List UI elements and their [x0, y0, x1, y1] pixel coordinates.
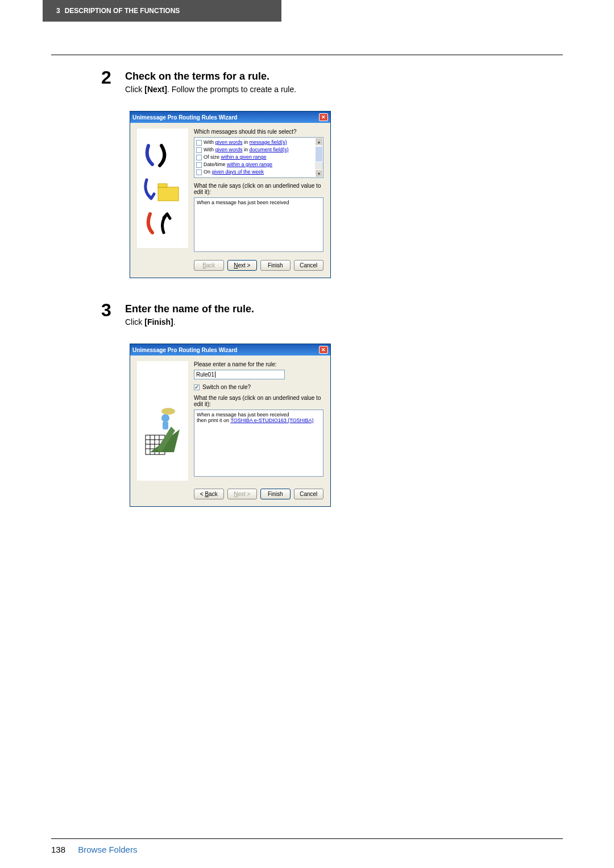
checkbox[interactable]	[196, 147, 202, 153]
svg-point-11	[161, 414, 169, 422]
rule-name-input[interactable]: Rule01	[194, 370, 285, 379]
checkbox[interactable]	[196, 140, 202, 146]
printer-link[interactable]: TOSHIBA e-STUDIO163 (TOSHIBA)	[230, 418, 313, 423]
svg-rect-0	[158, 187, 179, 201]
top-rule	[51, 55, 563, 55]
titlebar: Unimessage Pro Routing Rules Wizard ✕	[130, 111, 330, 123]
back-button: Back	[194, 260, 224, 271]
next-button[interactable]: Next >	[227, 260, 258, 271]
close-icon[interactable]: ✕	[319, 346, 328, 354]
wizard-sidebar-graphic	[137, 361, 188, 481]
chapter-number: 3	[56, 7, 60, 15]
scroll-down-icon[interactable]: ▼	[315, 170, 323, 177]
cancel-button[interactable]: Cancel	[294, 260, 324, 271]
condition-option[interactable]: On given days of the week	[196, 168, 313, 176]
step-2: 2 Check on the terms for a rule. Click […	[101, 68, 563, 94]
rule-description-box[interactable]: When a message has just been received th…	[194, 410, 323, 477]
name-label: Please enter a name for the rule:	[194, 361, 323, 367]
chapter-header: 3 DESCRIPTION OF THE FUNCTIONS	[43, 0, 281, 22]
finish-button[interactable]: Finish	[260, 489, 291, 499]
conditions-listbox[interactable]: With given words in message field(s) Wit…	[194, 137, 323, 178]
rule-says-label: What the rule says (click on an underlin…	[194, 395, 323, 407]
text-cursor	[215, 371, 215, 378]
step-2-title: Check on the terms for a rule.	[125, 71, 296, 82]
back-button[interactable]: < Back	[194, 489, 224, 499]
switch-on-label: Switch on the rule?	[202, 384, 251, 390]
svg-rect-12	[163, 421, 168, 429]
svg-rect-1	[158, 184, 167, 187]
section-name: Browse Folders	[78, 845, 137, 854]
dialog-title: Unimessage Pro Routing Rules Wizard	[132, 347, 237, 353]
page-footer: 138 Browse Folders	[51, 838, 563, 854]
dialog-title: Unimessage Pro Routing Rules Wizard	[132, 114, 237, 121]
scroll-thumb[interactable]	[315, 146, 323, 162]
close-icon[interactable]: ✕	[319, 113, 328, 121]
svg-point-13	[161, 408, 175, 415]
condition-option[interactable]: With given words in message field(s)	[196, 139, 313, 146]
step-3-number: 3	[101, 301, 119, 326]
step-2-number: 2	[101, 68, 119, 94]
chapter-title: DESCRIPTION OF THE FUNCTIONS	[65, 7, 180, 15]
wizard-dialog-step3: Unimessage Pro Routing Rules Wizard ✕	[130, 344, 331, 507]
checkbox[interactable]	[196, 162, 202, 168]
step-3: 3 Enter the name of the rule. Click [Fin…	[101, 301, 563, 326]
switch-on-checkbox[interactable]	[194, 385, 200, 390]
step-2-desc: Click [Next]. Follow the prompts to crea…	[125, 85, 296, 94]
scroll-up-icon[interactable]: ▲	[315, 138, 323, 146]
wizard-dialog-step2: Unimessage Pro Routing Rules Wizard ✕	[130, 111, 331, 278]
finish-button[interactable]: Finish	[260, 260, 291, 271]
rule-description-box[interactable]: When a message has just been received	[194, 197, 323, 252]
next-button: Next >	[227, 489, 258, 499]
rule-says-label: What the rule says (click on an underlin…	[194, 183, 323, 195]
step-3-title: Enter the name of the rule.	[125, 303, 254, 315]
checkbox[interactable]	[196, 170, 202, 175]
condition-option[interactable]: With given words in document field(s)	[196, 146, 313, 154]
step-3-desc: Click [Finish].	[125, 317, 254, 326]
select-question: Which messages should this rule select?	[194, 129, 323, 135]
condition-option[interactable]: Date/time within a given range	[196, 161, 313, 168]
checkbox[interactable]	[196, 155, 202, 160]
scrollbar[interactable]: ▲ ▼	[315, 138, 323, 177]
wizard-sidebar-graphic	[137, 129, 188, 248]
titlebar: Unimessage Pro Routing Rules Wizard ✕	[130, 344, 330, 356]
page-number: 138	[51, 845, 65, 854]
cancel-button[interactable]: Cancel	[294, 489, 324, 499]
condition-option[interactable]: Of size within a given range	[196, 154, 313, 161]
